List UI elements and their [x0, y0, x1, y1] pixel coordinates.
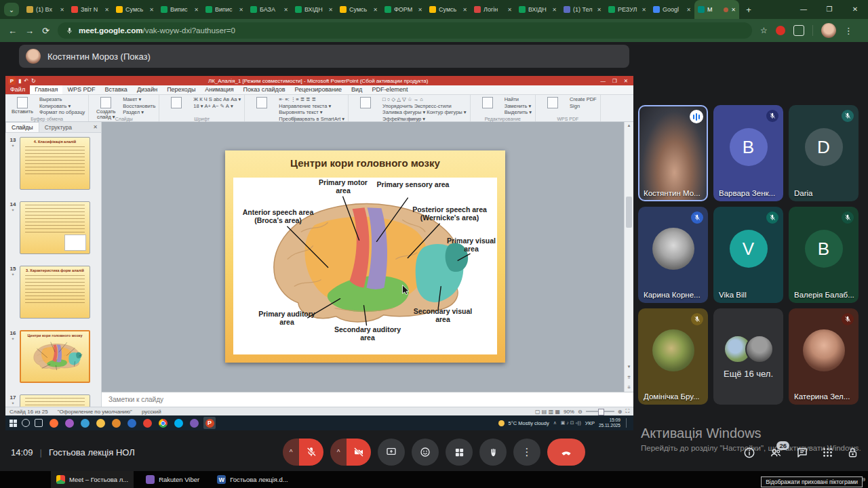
slide-thumbnail[interactable]: Центри кори головного мозку — [20, 330, 90, 383]
taskbar-app-icon[interactable] — [47, 417, 60, 429]
tab-close-icon[interactable]: ✕ — [194, 7, 199, 13]
taskbar-app-icon[interactable] — [110, 417, 122, 429]
ribbon-tab[interactable]: Переходы — [162, 85, 200, 94]
participant-tile[interactable]: B Валерія Балаб... — [789, 207, 859, 303]
taskbar-app-icon[interactable] — [125, 417, 138, 429]
browser-menu-icon[interactable]: ⋮ — [844, 26, 853, 36]
tab-close-icon[interactable]: ✕ — [462, 7, 467, 13]
participant-tile[interactable]: D Daria — [789, 105, 859, 201]
ribbon-buttons[interactable]: Create PDF Sign — [570, 96, 597, 115]
ribbon-big-button[interactable]: Создать слайд ▾ — [92, 96, 119, 115]
notifications-icon[interactable] — [626, 418, 629, 428]
bookmark-star-icon[interactable]: ☆ — [760, 26, 768, 35]
camera-options-chevron[interactable]: ^ — [330, 439, 347, 466]
slide-thumbnail-row[interactable]: 15 ✦ 3. Характеристика форм алалій — [5, 266, 101, 319]
browser-tab[interactable]: РЕЗУЛ ✕ — [605, 0, 650, 19]
taskbar-app-icon[interactable] — [172, 417, 184, 429]
ribbon-tab[interactable]: Дизайн — [132, 85, 162, 94]
tab-close-icon[interactable]: ✕ — [283, 7, 288, 13]
ribbon-buttons[interactable]: □ ○ ◇ △ ▽ ☆ → ⌂ Упорядочить Экспресс-сти… — [382, 96, 467, 115]
taskbar-app-icon[interactable]: P — [203, 417, 216, 429]
ribbon-buttons[interactable]: ≡· ≡: ⋮≡ ≣ ≣ ≣ Направление текста ▾ Выро… — [279, 96, 344, 115]
activities-button[interactable] — [822, 447, 833, 458]
ribbon-tab[interactable]: Показ слайдов — [239, 85, 290, 94]
ribbon-big-button[interactable] — [474, 96, 501, 115]
zoom-out-icon[interactable]: ⊖ — [578, 409, 583, 415]
tab-close-icon[interactable]: ✕ — [60, 7, 64, 13]
more-participants[interactable]: Ещё 16 чел. — [713, 308, 783, 405]
extensions-puzzle-icon[interactable] — [793, 25, 804, 36]
mic-options-chevron[interactable]: ^ — [283, 439, 299, 466]
redo-icon[interactable]: ↻ — [31, 78, 36, 84]
taskbar-app-icon[interactable] — [188, 417, 200, 429]
browser-tab[interactable]: ВХІДН ✕ — [292, 0, 336, 19]
ribbon-tab[interactable]: Рецензирование — [290, 85, 347, 94]
tab-close-icon[interactable]: ✕ — [552, 7, 557, 13]
layout-button[interactable] — [446, 439, 473, 466]
reactions-button[interactable] — [412, 439, 439, 466]
next-slide-icon[interactable]: ⇊ — [625, 384, 633, 389]
profile-avatar[interactable] — [821, 23, 836, 38]
task-view-icon[interactable] — [35, 419, 43, 427]
slide-thumbnail-row[interactable]: 17 ✦ — [5, 394, 101, 407]
raise-hand-button[interactable] — [479, 439, 507, 466]
taskbar-clock[interactable]: 15:09 25.11.2025 — [599, 418, 620, 428]
view-buttons[interactable]: ▢ ▤ ▥ ▦ — [535, 409, 560, 415]
ribbon-big-button[interactable] — [539, 96, 566, 115]
ribbon-big-button[interactable] — [163, 96, 190, 115]
window-close-button[interactable]: ✕ — [842, 0, 868, 19]
slide-thumbnail[interactable] — [20, 394, 90, 407]
mic-off-icon[interactable] — [299, 439, 323, 466]
window-maximize-button[interactable]: ❐ — [816, 0, 842, 19]
window-minimize-button[interactable]: — — [791, 0, 816, 19]
chat-button[interactable] — [796, 447, 808, 459]
ribbon-buttons[interactable]: Вырезать Копировать ▾ Формат по образцу — [39, 96, 85, 115]
browser-tab[interactable]: М ✕ — [694, 0, 739, 19]
camera-button[interactable]: ^ — [330, 439, 371, 466]
ribbon-big-button[interactable] — [248, 96, 275, 115]
ribbon-buttons[interactable]: Макет ▾ Восстановить Раздел ▾ — [123, 96, 155, 115]
taskbar-app-icon[interactable] — [79, 417, 91, 429]
ribbon-buttons[interactable]: Найти Заменить ▾ Выделить ▾ — [505, 96, 532, 115]
present-button[interactable] — [378, 439, 405, 466]
fit-to-window-icon[interactable]: ⛶ — [625, 408, 629, 415]
scrollbar-thumb[interactable] — [626, 197, 632, 228]
previous-slide-icon[interactable]: ⇈ — [625, 375, 633, 380]
scroll-down-icon[interactable]: ▼ — [625, 365, 633, 369]
ppt-minimize-button[interactable]: — — [600, 78, 606, 84]
ppt-restore-button[interactable]: ❐ — [612, 78, 617, 84]
browser-tab[interactable]: Звіт N ✕ — [68, 0, 113, 19]
participant-tile[interactable]: Костянтин Мо... — [638, 105, 708, 201]
browser-tab[interactable]: ФОРМ ✕ — [381, 0, 426, 19]
tab-search-button[interactable]: ⌄ — [4, 3, 19, 16]
camera-off-icon[interactable] — [347, 439, 371, 466]
browser-tab[interactable]: Логін ✕ — [471, 0, 515, 19]
slide-thumbnail-row[interactable]: 13 ✦ 4. Класифікація алалій — [5, 137, 101, 190]
tab-close-icon[interactable]: ✕ — [328, 7, 333, 13]
ribbon-tab[interactable]: Вид — [347, 85, 367, 94]
pane-tab-slides[interactable]: Слайды — [5, 122, 39, 132]
participant-tile[interactable]: Катерина Зел... — [789, 308, 859, 405]
ribbon-tab[interactable]: Главная — [30, 85, 62, 94]
slide-thumbnail[interactable]: 4. Класифікація алалій — [20, 137, 90, 190]
tray-chevron-icon[interactable]: ∧ — [553, 420, 557, 426]
taskbar-app-button[interactable]: Meet – Гостьова л... — [51, 471, 134, 488]
participant-tile[interactable]: Карина Корне... — [638, 207, 708, 303]
slide-thumbnail-row[interactable]: 14 ✦ — [5, 201, 101, 254]
ribbon-big-button[interactable] — [352, 96, 379, 115]
taskbar-app-button[interactable]: Rakuten Viber — [140, 471, 205, 488]
browser-tab[interactable]: Випис ✕ — [157, 0, 202, 19]
browser-tab[interactable]: Сумсь ✕ — [426, 0, 471, 19]
meeting-details-button[interactable] — [743, 447, 755, 459]
save-icon[interactable]: ▮ — [18, 78, 21, 84]
participant-tile[interactable]: Ещё 16 чел. — [713, 308, 783, 405]
tab-close-icon[interactable]: ✕ — [597, 7, 601, 13]
tab-close-icon[interactable]: ✕ — [373, 7, 378, 13]
ribbon-tab[interactable]: Анимация — [200, 85, 238, 94]
ribbon-tab[interactable]: Файл — [5, 85, 30, 94]
ribbon-big-button[interactable]: Вставить — [9, 96, 36, 115]
start-button-icon[interactable] — [9, 420, 17, 427]
ribbon-buttons[interactable]: Ж К Ч S abc Ав Аа ▾ 18 ▾ А+ А− ✎ А ▾ — [193, 96, 241, 115]
browser-tab[interactable]: Сумсь ✕ — [336, 0, 381, 19]
slide-scrollbar[interactable]: ▲ ▼ ⇈ ⇊ — [624, 122, 633, 392]
